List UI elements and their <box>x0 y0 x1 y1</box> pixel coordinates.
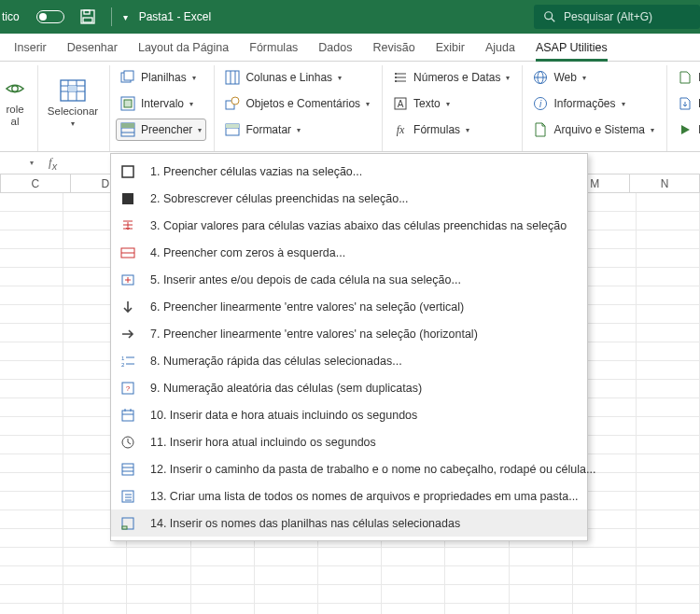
menu-item-14[interactable]: 14. Inserir os nomes das planilhas nas c… <box>111 509 587 537</box>
arrow-right-icon <box>119 325 137 343</box>
fill-icon <box>120 122 135 137</box>
menu-item-3[interactable]: 3. Copiar valores para células vazias ab… <box>111 212 587 239</box>
objects-icon <box>225 96 240 111</box>
select-icon <box>59 77 87 104</box>
svg-text:i: i <box>539 99 542 109</box>
numeros-datas-button[interactable]: Números e Datas▾ <box>388 66 514 89</box>
chevron-down-icon: ▾ <box>71 119 75 128</box>
tab-inserir[interactable]: Inserir <box>4 35 57 61</box>
zeros-icon <box>119 244 137 262</box>
clock-icon <box>119 433 137 452</box>
svg-rect-42 <box>122 166 133 177</box>
menu-item-8[interactable]: 128. Numeração rápida das células seleci… <box>111 347 587 374</box>
svg-point-32 <box>395 77 397 78</box>
exportar-button[interactable]: Expo <box>673 92 700 115</box>
tab-exibir[interactable]: Exibir <box>426 35 475 61</box>
copy-down-icon <box>119 216 137 235</box>
tab-asap[interactable]: ASAP Utilities <box>525 35 618 61</box>
fx-icon: fx <box>393 122 408 137</box>
tab-revisao[interactable]: Revisão <box>362 35 425 61</box>
tab-formulas[interactable]: Fórmulas <box>239 35 308 61</box>
texto-button[interactable]: A Texto▾ <box>388 92 514 115</box>
svg-rect-1 <box>84 10 90 14</box>
col-header[interactable]: C <box>1 174 71 192</box>
menu-item-7[interactable]: 7. Preencher linearmente 'entre valores'… <box>111 320 587 347</box>
search-box[interactable]: Pesquisar (Alt+G) <box>534 5 700 29</box>
tab-layout[interactable]: Layout da Página <box>128 35 239 61</box>
tab-dados[interactable]: Dados <box>308 35 362 61</box>
menu-item-13[interactable]: 13. Criar uma lista de todos os nomes de… <box>111 482 587 509</box>
web-button[interactable]: Web▾ <box>528 66 658 89</box>
tab-ajuda[interactable]: Ajuda <box>475 35 525 61</box>
svg-line-4 <box>552 19 555 22</box>
preencher-menu: 1. Preencher células vazias na seleção..… <box>110 153 588 541</box>
svg-point-24 <box>231 97 239 105</box>
menu-item-1[interactable]: 1. Preencher células vazias na seleção..… <box>111 158 587 185</box>
planilhas-button[interactable]: Planilhas▾ <box>116 66 206 89</box>
export-icon <box>678 96 693 111</box>
columns-rows-icon <box>225 70 240 85</box>
menu-item-12[interactable]: 12. Inserir o caminho da pasta de trabal… <box>111 455 587 482</box>
informacoes-button[interactable]: i Informações▾ <box>528 92 658 115</box>
intervalo-button[interactable]: Intervalo▾ <box>116 92 206 115</box>
svg-rect-15 <box>124 100 132 107</box>
filelist-icon <box>119 487 137 506</box>
titlebar: tico ▾ Pasta1 - Excel Pesquisar (Alt+G) <box>0 0 700 34</box>
menu-item-2[interactable]: 2. Sobrescrever células preenchidas na s… <box>111 185 587 212</box>
window-title: Pasta1 - Excel <box>139 10 211 23</box>
menu-item-5[interactable]: 5. Inserir antes e/ou depois de cada cél… <box>111 266 587 293</box>
divider <box>111 7 112 26</box>
svg-text:2: 2 <box>121 362 125 368</box>
namebox-dropdown[interactable]: ▾ <box>30 159 34 167</box>
objetos-comentarios-button[interactable]: Objetos e Comentários▾ <box>220 92 374 115</box>
ribbon-tabs: Inserir Desenhar Layout da Página Fórmul… <box>0 34 700 62</box>
filled-square-icon <box>119 189 137 208</box>
svg-rect-19 <box>121 123 134 128</box>
format-icon <box>225 122 240 137</box>
importar-button[interactable]: Impo <box>673 66 700 89</box>
svg-rect-20 <box>226 71 239 84</box>
colunas-linhas-button[interactable]: Colunas e Linhas▾ <box>220 66 374 89</box>
svg-rect-2 <box>83 18 92 22</box>
calendar-icon <box>119 406 137 425</box>
numbers-icon <box>393 70 408 85</box>
svg-text:A: A <box>398 99 404 109</box>
menu-item-6[interactable]: 6. Preencher linearmente 'entre valores'… <box>111 293 587 320</box>
range-icon <box>120 96 135 111</box>
menu-item-11[interactable]: 11. Inserir hora atual incluindo os segu… <box>111 428 587 455</box>
iniciar-button[interactable]: Inicia <box>673 119 700 141</box>
menu-item-9[interactable]: ?9. Numeração aleatória das células (sem… <box>111 374 587 401</box>
menu-item-4[interactable]: 4. Preencher com zeros à esquerda... <box>111 239 587 266</box>
file-icon <box>533 122 548 137</box>
svg-rect-13 <box>124 71 133 80</box>
text-icon: A <box>393 96 408 111</box>
empty-square-icon <box>119 162 137 181</box>
vision-icon <box>1 76 29 102</box>
autosave-toggle[interactable] <box>36 10 64 23</box>
quickaccess-dropdown[interactable]: ▾ <box>123 12 128 22</box>
svg-rect-69 <box>122 526 127 529</box>
vision-control-button[interactable]: roleal <box>0 65 30 140</box>
arrow-down-icon <box>119 298 137 316</box>
arquivo-sistema-button[interactable]: Arquivo e Sistema▾ <box>528 119 658 141</box>
fx-label[interactable]: fx <box>49 155 57 172</box>
save-button[interactable] <box>77 7 98 27</box>
numbering-icon: 12 <box>119 352 137 370</box>
formulas-button[interactable]: fx Fórmulas▾ <box>388 119 514 141</box>
svg-rect-27 <box>226 124 239 128</box>
select-button[interactable]: Selecionar ▾ <box>44 65 102 140</box>
svg-point-5 <box>12 86 18 91</box>
formatar-button[interactable]: Formatar▾ <box>220 119 374 141</box>
svg-text:?: ? <box>126 384 131 393</box>
play-icon <box>678 122 693 137</box>
sheets-icon <box>120 70 135 85</box>
tab-desenhar[interactable]: Desenhar <box>57 35 128 61</box>
import-icon <box>678 70 693 85</box>
col-header[interactable]: N <box>630 174 700 192</box>
preencher-button[interactable]: Preencher▾ <box>116 119 206 141</box>
insert-text-icon <box>119 271 137 289</box>
titlebar-left-text: tico <box>2 10 20 23</box>
menu-item-10[interactable]: 10. Inserir data e hora atuais incluindo… <box>111 401 587 428</box>
svg-point-31 <box>395 73 397 75</box>
path-icon <box>119 460 137 479</box>
